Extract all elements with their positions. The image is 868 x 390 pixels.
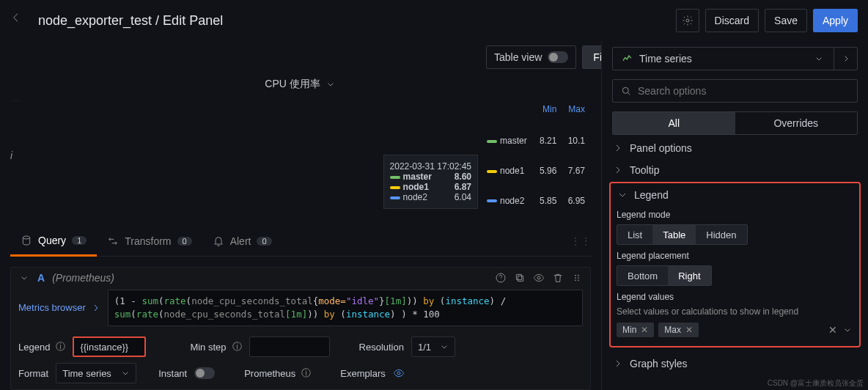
promql-editor[interactable]: (1 - sum(rate(node_cpu_seconds_total{mod… bbox=[108, 290, 583, 326]
section-legend-label: Legend bbox=[634, 189, 669, 201]
instant-switch[interactable] bbox=[194, 367, 215, 379]
all-overrides-segment: All Overrides bbox=[612, 111, 858, 135]
chevron-down-icon bbox=[119, 367, 131, 379]
chart-title: CPU 使用率 bbox=[265, 78, 320, 91]
metrics-browser-button[interactable]: Metrics browser bbox=[18, 302, 102, 314]
section-graph-styles-label: Graph styles bbox=[630, 358, 688, 369]
chevron-down-icon bbox=[617, 189, 628, 201]
visualization-picker[interactable]: Time series bbox=[612, 47, 858, 70]
svg-text:6: 6 bbox=[10, 101, 11, 102]
minstep-input[interactable] bbox=[249, 336, 330, 357]
legend-mode-label: Legend mode bbox=[617, 210, 853, 220]
drag-handle-icon[interactable] bbox=[571, 272, 583, 284]
info-icon[interactable]: ⓘ bbox=[301, 367, 311, 380]
trash-icon[interactable] bbox=[552, 272, 564, 284]
prometheus-field-label: Prometheusⓘ bbox=[244, 367, 311, 380]
resolution-field-label: Resolution bbox=[359, 342, 404, 353]
database-icon bbox=[21, 235, 32, 246]
switch-icon bbox=[548, 51, 568, 63]
legend-placement-bottom[interactable]: Bottom bbox=[617, 266, 668, 285]
resolution-select[interactable]: 1/1 bbox=[411, 336, 455, 357]
legend-mode-list[interactable]: List bbox=[617, 225, 652, 244]
panel-settings-button[interactable] bbox=[676, 9, 699, 32]
discard-button[interactable]: Discard bbox=[705, 9, 759, 32]
svg-point-22 bbox=[575, 277, 576, 279]
legend-col-min[interactable]: Min bbox=[534, 97, 562, 125]
remove-icon[interactable]: ✕ bbox=[685, 325, 693, 335]
legend-value-pill-max[interactable]: Max ✕ bbox=[658, 323, 699, 337]
pill-label: Min bbox=[622, 325, 636, 335]
tab-transform[interactable]: Transform0 bbox=[97, 227, 202, 256]
tab-query[interactable]: Query1 bbox=[10, 227, 97, 257]
chevron-right-icon bbox=[90, 302, 102, 314]
back-arrow[interactable] bbox=[10, 12, 28, 29]
info-icon[interactable]: ⓘ bbox=[56, 340, 65, 353]
legend-row[interactable]: node25.856.95 bbox=[482, 186, 589, 215]
duplicate-icon[interactable] bbox=[514, 272, 526, 284]
section-panel-options-label: Panel options bbox=[630, 142, 692, 154]
svg-point-0 bbox=[686, 19, 689, 22]
section-graph-styles[interactable]: Graph styles bbox=[602, 350, 868, 372]
legend-col-max[interactable]: Max bbox=[562, 97, 589, 125]
chart-canvas[interactable]: 10 8 6 16:50 16:55 17:00 bbox=[10, 95, 481, 216]
section-tooltip-label: Tooltip bbox=[630, 164, 659, 176]
chevron-right-icon bbox=[612, 164, 624, 176]
section-panel-options[interactable]: Panel options bbox=[602, 135, 868, 157]
section-tooltip[interactable]: Tooltip bbox=[602, 157, 868, 179]
chevron-down-icon bbox=[813, 53, 825, 65]
svg-text:8: 8 bbox=[10, 100, 11, 101]
eye-icon[interactable] bbox=[533, 272, 545, 284]
all-tab[interactable]: All bbox=[613, 112, 735, 134]
chevron-down-icon[interactable] bbox=[18, 272, 30, 284]
save-button[interactable]: Save bbox=[765, 9, 807, 32]
legend-mode-table[interactable]: Table bbox=[652, 225, 696, 244]
options-search-input[interactable] bbox=[638, 85, 850, 97]
legend-row[interactable]: master8.2110.1 bbox=[482, 127, 589, 155]
svg-point-26 bbox=[397, 372, 400, 375]
svg-point-25 bbox=[578, 279, 579, 281]
svg-text:10: 10 bbox=[10, 99, 11, 100]
svg-point-3 bbox=[622, 87, 628, 93]
clear-all-icon[interactable]: ✕ bbox=[828, 324, 837, 336]
legend-values-label: Legend values bbox=[617, 292, 853, 302]
chevron-down-icon[interactable] bbox=[325, 78, 336, 90]
chevron-right-icon bbox=[840, 53, 852, 65]
table-view-toggle[interactable]: Table view bbox=[486, 45, 576, 69]
chevron-right-icon bbox=[612, 358, 624, 369]
viz-next-button[interactable] bbox=[834, 48, 857, 70]
tab-alert[interactable]: Alert0 bbox=[202, 227, 282, 256]
legend-value-pill-min[interactable]: Min ✕ bbox=[617, 323, 654, 337]
legend-section-highlight: Legend Legend mode List Table Hidden Leg… bbox=[609, 182, 861, 347]
search-icon bbox=[620, 85, 632, 97]
legend-row[interactable]: node15.967.67 bbox=[482, 156, 589, 185]
remove-icon[interactable]: ✕ bbox=[641, 325, 648, 335]
legend-placement-right[interactable]: Right bbox=[668, 266, 710, 285]
breadcrumb: node_exporter_test / Edit Panel bbox=[38, 13, 223, 29]
table-view-label: Table view bbox=[494, 51, 542, 63]
section-legend[interactable]: Legend bbox=[617, 189, 853, 204]
format-select[interactable]: Time series bbox=[56, 363, 136, 383]
chevron-down-icon[interactable] bbox=[842, 324, 853, 336]
overrides-tab[interactable]: Overrides bbox=[735, 112, 858, 134]
legend-field-label: Legendⓘ bbox=[18, 340, 65, 353]
tooltip-time: 2022-03-31 17:02:45 bbox=[390, 161, 471, 172]
legend-values-select[interactable]: Min ✕ Max ✕ ✕ bbox=[617, 323, 853, 337]
panel-resize-handle[interactable]: ⋮⋮ bbox=[570, 227, 591, 256]
help-icon[interactable] bbox=[495, 272, 507, 284]
eye-icon[interactable] bbox=[393, 367, 405, 379]
legend-placement-label: Legend placement bbox=[617, 251, 853, 261]
info-icon[interactable]: ⓘ bbox=[232, 340, 242, 353]
bell-icon bbox=[213, 235, 224, 247]
legend-format-input[interactable] bbox=[73, 336, 146, 357]
svg-rect-18 bbox=[516, 274, 521, 279]
svg-point-20 bbox=[575, 275, 576, 276]
legend-mode-hidden[interactable]: Hidden bbox=[696, 225, 746, 244]
chart-legend-table: MinMax master8.2110.1 node15.967.67 node… bbox=[481, 95, 591, 216]
svg-text:16:55: 16:55 bbox=[15, 102, 17, 103]
transform-icon bbox=[107, 235, 119, 247]
options-search[interactable] bbox=[612, 79, 858, 103]
svg-text:16:50: 16:50 bbox=[12, 102, 13, 103]
apply-button[interactable]: Apply bbox=[813, 9, 858, 32]
legend-values-desc: Select values or calculations to show in… bbox=[617, 306, 853, 317]
svg-point-23 bbox=[578, 277, 579, 279]
